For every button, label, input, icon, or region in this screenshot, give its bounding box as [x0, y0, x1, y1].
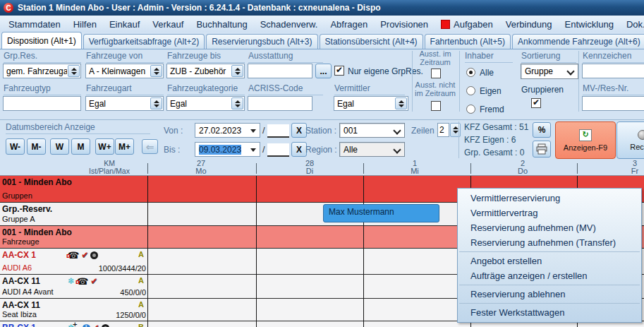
menu-item-stammdaten[interactable]: Stammdaten	[2, 16, 67, 32]
percent-button[interactable]: %	[533, 122, 551, 138]
gruppieren-label: Gruppieren	[521, 85, 564, 95]
von-date-combo[interactable]: 27.02.2023	[195, 123, 260, 138]
menu-item-einkauf[interactable]: Einkauf	[103, 16, 146, 32]
menu-item-hilfen[interactable]: Hilfen	[67, 16, 103, 32]
nur-eigene-checkbox[interactable]	[334, 66, 344, 76]
gruppieren-checkbox[interactable]	[531, 98, 541, 108]
anzeigen-f9-button[interactable]: ↻ Anzeigen-F9	[555, 121, 616, 159]
inhaber-radio-eigen[interactable]	[466, 86, 475, 95]
menu-item-label: Buchhaltung	[196, 19, 247, 30]
window-titlebar: C Station 1 Minden Abo - User : Admin - …	[0, 0, 644, 16]
inhaber-radio-fremd[interactable]	[466, 105, 475, 114]
fahrzeugart-combo[interactable]: Egal	[85, 96, 164, 111]
row-subtitle: Gruppen	[2, 191, 32, 200]
spinner-icon[interactable]	[231, 97, 243, 109]
fahrzeugkategorie-combo[interactable]: Egal	[166, 96, 245, 111]
inhaber-label: Inhaber	[465, 51, 513, 63]
inhaber-radio-alle[interactable]	[466, 68, 475, 77]
recherche-button[interactable]: Recher	[616, 121, 644, 159]
separator	[459, 51, 460, 112]
tab-label: Reservierungsbuch (Alt+3)	[212, 37, 312, 47]
menu-item-label: Entwicklung	[565, 19, 614, 30]
menu-item-aufgaben[interactable]: Aufgaben	[435, 16, 499, 32]
km-values: 1000/3444/20	[71, 264, 146, 273]
sortierung-select[interactable]: Gruppe	[521, 64, 578, 79]
menu-item-schadenverw[interactable]: Schadenverw.	[254, 16, 324, 32]
region-select[interactable]: Alle	[339, 142, 405, 157]
vehicle-plate: AA-CX 11	[2, 300, 40, 310]
ausst-nicht-im-zeitraum-checkbox[interactable]	[431, 101, 441, 111]
context-menu-item-reservierung-ablehnen[interactable]: Reservierung ablehnen	[458, 287, 641, 302]
grpres-combo[interactable]: gem. Fahrzeugaus	[3, 64, 81, 78]
fahrzeugkategorie-value: Egal	[170, 99, 231, 109]
menu-item-abfragen[interactable]: Abfragen	[324, 16, 374, 32]
day-column-header: 3Fr	[614, 160, 644, 175]
tab-reservierungsbuch-alt-3[interactable]: Reservierungsbuch (Alt+3)	[206, 34, 317, 49]
context-menu-item-angebot-erstellen[interactable]: Angebot erstellen	[458, 254, 641, 268]
vermittler-combo[interactable]: Egal	[334, 96, 408, 111]
von-clear-button[interactable]: X	[291, 123, 307, 138]
context-menu-item-vermittlerreservierung[interactable]: Vermittlerreservierung	[458, 191, 641, 206]
acriss-label: ACRISS-Code	[248, 83, 323, 95]
acriss-input[interactable]	[248, 96, 312, 111]
fahrzeuge-von-combo[interactable]: A - Kleinwagen	[85, 64, 164, 78]
menu-item-entwicklung[interactable]: Entwicklung	[559, 16, 620, 32]
context-menu-item-reservierung-aufnehmen-transfer[interactable]: Reservierung aufnehmen (Transfer)	[458, 235, 641, 250]
date-nav-month-back-button[interactable]: M-	[27, 138, 46, 155]
date-nav-week-button[interactable]: W	[50, 138, 69, 155]
zeilen-input[interactable]: 2	[437, 123, 449, 137]
ausstattung-browse-button[interactable]: ...	[315, 64, 332, 78]
window-title: Station 1 Minden Abo - User : Admin - Ve…	[18, 3, 381, 13]
fahrzeugtyp-input[interactable]	[3, 96, 81, 111]
mv-res-nr-input[interactable]	[582, 96, 644, 111]
ausstattung-input[interactable]	[248, 64, 312, 78]
context-menu-item-aufträge-anzeigen-erstellen[interactable]: Aufträge anzeigen / erstellen	[458, 268, 641, 283]
context-menu-item-fester-werkstattwagen[interactable]: Fester Werkstattwagen	[458, 305, 641, 320]
date-range-panel: Datumsbereich Anzeige W-M-WMW+M+ ⇐ Von :…	[0, 119, 644, 160]
date-nav-month-forward-button[interactable]: M+	[115, 138, 134, 155]
spinner-icon[interactable]	[68, 65, 80, 77]
context-menu-item-reservierung-aufnehmen-mv[interactable]: Reservierung aufnehmen (MV)	[458, 220, 641, 235]
print-button[interactable]	[533, 141, 551, 157]
tab-stationsübersicht-alt-4[interactable]: Stationsübersicht (Alt+4)	[320, 34, 423, 49]
menu-item-verkauf[interactable]: Verkauf	[146, 16, 190, 32]
context-menu-item-vermittlervertrag[interactable]: Vermittlervertrag	[458, 206, 641, 220]
grpres-label: Grp.Res.	[4, 51, 81, 63]
menu-item-provisionen[interactable]: Provisionen	[374, 16, 435, 32]
tab-fahrtenbuch-alt-5[interactable]: Fahrtenbuch (Alt+5)	[425, 34, 511, 49]
spinner-icon[interactable]	[231, 65, 243, 77]
tab-ankommende-fahrzeuge-alt-6[interactable]: Ankommende Fahrzeuge (Alt+6)	[512, 34, 644, 49]
spinner-icon[interactable]	[150, 65, 162, 77]
spinner-icon[interactable]	[150, 97, 162, 109]
ausst-im-zeitraum-label: Ausst. imZeitraum	[413, 49, 457, 66]
ausst-im-zeitraum-checkbox[interactable]	[431, 69, 441, 78]
group-letter: A	[138, 300, 144, 309]
date-nav-week-back-button[interactable]: W-	[6, 138, 25, 155]
vermittler-label: Vermittler	[334, 83, 405, 95]
back-button[interactable]: ⇐	[142, 139, 158, 154]
bis-extra-input[interactable]	[267, 143, 289, 157]
station-label: Station :	[305, 126, 336, 136]
tab-strip: Disposition (Alt+1)Verfügbarkeitsabfrage…	[0, 32, 644, 49]
spinner-icon[interactable]	[395, 97, 407, 109]
vehicle-model: Seat Ibiza	[2, 310, 37, 319]
tab-disposition-alt-1[interactable]: Disposition (Alt+1)	[1, 32, 82, 49]
von-extra-input[interactable]	[267, 124, 289, 138]
fahrzeuge-bis-label: Fahrzeuge bis	[167, 51, 245, 63]
grpres-value: gem. Fahrzeugaus	[6, 66, 67, 76]
menu-item-dok-verw[interactable]: Dok.Verw.	[620, 16, 644, 32]
date-nav-month-button[interactable]: M	[71, 138, 90, 155]
day-name: Mi	[394, 167, 436, 175]
reservation-block[interactable]: Max Mustermann	[323, 204, 439, 222]
timeline-header: KM Ist/Plan/Max 27Mo28Di1Mi2Do3Fr	[0, 160, 644, 175]
fahrzeuge-bis-combo[interactable]: ZUB - Zubehör	[166, 64, 245, 78]
menu-item-buchhaltung[interactable]: Buchhaltung	[190, 16, 253, 32]
separator	[458, 121, 459, 158]
date-nav-week-forward-button[interactable]: W+	[95, 138, 114, 155]
kennzeichen-input[interactable]	[582, 64, 644, 78]
menu-item-verbindung[interactable]: Verbindung	[499, 16, 559, 32]
station-select[interactable]: 001	[339, 123, 405, 138]
bis-clear-button[interactable]: X	[291, 142, 307, 157]
tab-verfügbarkeitsabfrage-alt-2[interactable]: Verfügbarkeitsabfrage (Alt+2)	[83, 34, 205, 49]
bis-date-combo[interactable]: 09.03.2023	[195, 142, 260, 157]
